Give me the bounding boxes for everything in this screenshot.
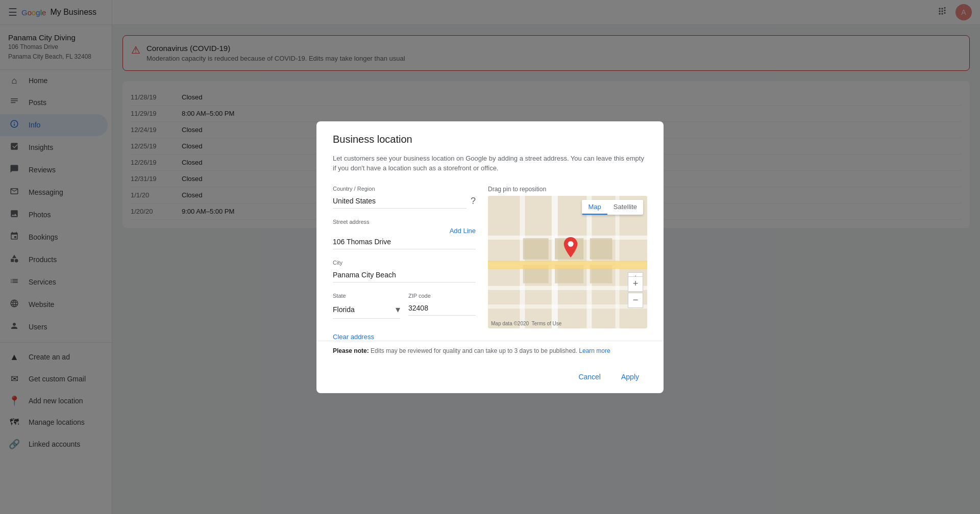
chevron-down-icon: ▾	[396, 304, 400, 315]
zip-label: ZIP code	[408, 293, 476, 299]
street-address-field: Street address Add Line	[333, 219, 476, 249]
country-label: Country / Region	[333, 186, 476, 192]
svg-rect-20	[488, 261, 647, 269]
drag-label: Drag pin to reposition	[488, 186, 647, 193]
country-input[interactable]	[333, 194, 467, 209]
add-line-link[interactable]: Add Line	[450, 227, 476, 235]
form-left: Country / Region ? Street address Add Li…	[333, 186, 476, 341]
map-tabs: Map Satellite	[582, 200, 643, 215]
state-select-wrapper: Florida ▾	[333, 301, 400, 319]
state-zip-row: State Florida ▾ ZIP code	[333, 293, 476, 329]
zip-input[interactable]	[408, 301, 476, 316]
svg-point-21	[568, 241, 574, 247]
state-field: State Florida ▾	[333, 293, 400, 319]
business-location-modal: Business location Let customers see your…	[316, 121, 664, 393]
zoom-out-button[interactable]: −	[628, 293, 643, 308]
city-field: City	[333, 260, 476, 282]
map-tab-satellite[interactable]: Satellite	[607, 200, 643, 215]
street-input[interactable]	[333, 235, 476, 249]
map-copyright: Map data ©2020 Terms of Use	[491, 321, 561, 326]
map-terms-link[interactable]: Terms of Use	[531, 321, 561, 326]
map-container: Map Satellite + −	[488, 196, 647, 328]
svg-rect-8	[488, 286, 647, 290]
form-right: Drag pin to reposition	[488, 186, 647, 341]
modal-description: Let customers see your business location…	[333, 153, 647, 173]
map-pin	[564, 237, 578, 259]
zip-field: ZIP code	[408, 293, 476, 319]
modal-overlay: Business location Let customers see your…	[0, 0, 980, 514]
country-region-field: Country / Region ?	[333, 186, 476, 209]
help-icon[interactable]: ?	[471, 196, 476, 207]
city-input[interactable]	[333, 268, 476, 282]
map-controls: + −	[628, 276, 643, 308]
apply-button[interactable]: Apply	[613, 369, 647, 385]
street-label: Street address	[333, 219, 476, 225]
learn-more-link[interactable]: Learn more	[579, 347, 610, 354]
svg-rect-18	[590, 238, 612, 260]
clear-address-link[interactable]: Clear address	[333, 333, 374, 341]
country-input-wrapper: ?	[333, 194, 476, 209]
zoom-in-button[interactable]: +	[628, 276, 643, 292]
state-label: State	[333, 293, 400, 299]
modal-note: Please note: Edits may be reviewed for q…	[316, 341, 664, 361]
modal-actions: Cancel Apply	[316, 361, 664, 393]
map-tab-map[interactable]: Map	[582, 200, 607, 215]
modal-title: Business location	[333, 134, 647, 145]
state-select[interactable]: Florida	[333, 305, 396, 314]
svg-rect-9	[488, 304, 647, 309]
cancel-button[interactable]: Cancel	[570, 369, 609, 385]
city-label: City	[333, 260, 476, 266]
note-label: Please note:	[333, 347, 369, 354]
note-text: Edits may be reviewed for quality and ca…	[371, 347, 577, 354]
svg-rect-14	[523, 238, 549, 260]
form-map-layout: Country / Region ? Street address Add Li…	[333, 186, 647, 341]
